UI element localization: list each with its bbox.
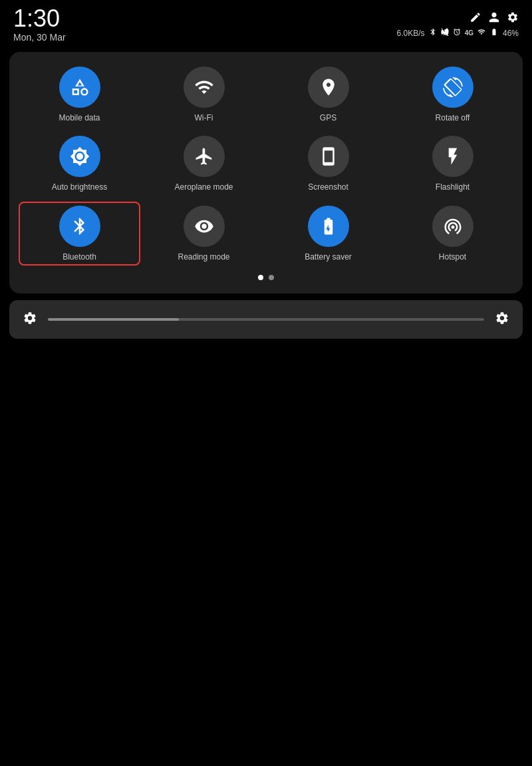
qs-tile-rotate-off[interactable]: Rotate off xyxy=(392,63,513,126)
qs-label-rotate-off: Rotate off xyxy=(436,113,470,122)
qs-icon-battery-saver xyxy=(308,206,349,247)
status-bar-left: 1:30 Mon, 30 Mar xyxy=(13,7,66,43)
data-speed: 6.0KB/s xyxy=(397,29,425,38)
profile-icon[interactable] xyxy=(488,11,500,27)
qs-label-bluetooth: Bluetooth xyxy=(63,252,96,262)
qs-icon-gps xyxy=(308,67,349,108)
signal-icon xyxy=(441,28,449,38)
qs-tile-bluetooth[interactable]: Bluetooth xyxy=(19,202,140,266)
qs-icon-auto-brightness xyxy=(59,136,100,177)
qs-label-auto-brightness: Auto brightness xyxy=(52,182,107,192)
bottom-settings-right-icon[interactable] xyxy=(495,311,509,329)
qs-tile-auto-brightness[interactable]: Auto brightness xyxy=(19,132,140,196)
battery-icon xyxy=(489,28,499,38)
qs-icon-flashlight xyxy=(432,136,473,177)
qs-tile-gps[interactable]: GPS xyxy=(267,63,389,126)
qs-icon-mobile-data xyxy=(59,67,100,108)
qs-icon-hotspot xyxy=(432,206,473,247)
status-bar-right: 6.0KB/s 4G 46% xyxy=(397,11,519,38)
date-display: Mon, 30 Mar xyxy=(13,32,66,43)
bottom-bar xyxy=(9,300,523,339)
qs-label-gps: GPS xyxy=(320,113,336,122)
quick-settings-panel: Mobile dataWi-FiGPSRotate offAuto bright… xyxy=(9,52,523,293)
brightness-slider[interactable] xyxy=(48,318,484,321)
time-display: 1:30 xyxy=(13,7,66,31)
qs-tile-battery-saver[interactable]: Battery saver xyxy=(267,202,389,266)
edit-icon[interactable] xyxy=(469,11,481,27)
qs-tile-mobile-data[interactable]: Mobile data xyxy=(19,63,140,126)
bluetooth-status-icon xyxy=(429,28,437,38)
signal-bars xyxy=(477,28,485,38)
settings-icon[interactable] xyxy=(507,11,519,27)
qs-dot-2[interactable] xyxy=(269,275,274,280)
bottom-settings-left-icon[interactable] xyxy=(23,311,37,329)
qs-page-dots xyxy=(16,275,516,280)
brightness-fill xyxy=(48,318,179,321)
qs-icon-wifi xyxy=(184,67,225,108)
qs-tile-screenshot[interactable]: Screenshot xyxy=(267,132,389,196)
qs-tile-hotspot[interactable]: Hotspot xyxy=(392,202,513,266)
status-top-icons xyxy=(469,11,519,27)
qs-icon-screenshot xyxy=(308,136,349,177)
qs-tile-aeroplane-mode[interactable]: Aeroplane mode xyxy=(143,132,265,196)
qs-label-wifi: Wi-Fi xyxy=(195,113,213,122)
qs-tile-flashlight[interactable]: Flashlight xyxy=(392,132,513,196)
qs-label-aeroplane-mode: Aeroplane mode xyxy=(174,182,233,192)
qs-label-hotspot: Hotspot xyxy=(439,252,466,262)
qs-label-reading-mode: Reading mode xyxy=(178,252,229,262)
qs-grid: Mobile dataWi-FiGPSRotate offAuto bright… xyxy=(16,63,516,266)
qs-tile-reading-mode[interactable]: Reading mode xyxy=(143,202,265,266)
qs-icon-bluetooth xyxy=(59,206,100,247)
qs-label-battery-saver: Battery saver xyxy=(305,252,352,262)
qs-tile-wifi[interactable]: Wi-Fi xyxy=(143,63,265,126)
qs-icon-rotate-off xyxy=(432,67,473,108)
qs-icon-aeroplane-mode xyxy=(184,136,225,177)
status-info-bar: 6.0KB/s 4G 46% xyxy=(397,28,519,38)
battery-percent: 46% xyxy=(503,29,519,38)
qs-label-flashlight: Flashlight xyxy=(436,182,469,192)
status-bar: 1:30 Mon, 30 Mar 6.0KB/s xyxy=(0,0,532,47)
qs-dot-1[interactable] xyxy=(258,275,263,280)
qs-label-mobile-data: Mobile data xyxy=(59,113,100,122)
alarm-icon xyxy=(453,28,461,38)
qs-icon-reading-mode xyxy=(184,206,225,247)
qs-label-screenshot: Screenshot xyxy=(308,182,348,192)
network-type: 4G xyxy=(465,29,473,37)
